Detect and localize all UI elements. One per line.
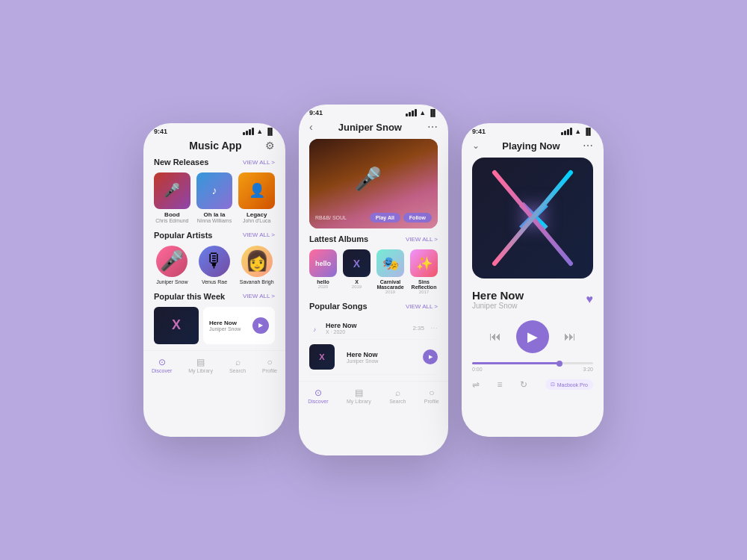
nav-library-2[interactable]: ▤ My Library — [347, 388, 371, 404]
device-selector[interactable]: ⊡ Macbook Pro — [545, 379, 593, 390]
status-icons-2: ▲ ▐▌ — [406, 109, 438, 116]
artist-header: ‹ Juniper Snow ⋯ — [309, 118, 438, 139]
album-name-bood: Bood — [154, 211, 190, 218]
skip-back-button[interactable]: ⏮ — [489, 330, 501, 343]
album-item-legacy[interactable]: 👤 Legacy John d'Luca — [238, 172, 275, 223]
follow-button[interactable]: Follow — [403, 213, 432, 223]
battery-icon: ▐▌ — [265, 128, 275, 135]
artist-name-juniper: Juniper Snow — [154, 279, 190, 284]
progress-bar[interactable]: 0:00 3:20 — [472, 362, 593, 372]
now-playing-row[interactable]: Here Now Juniper Snow ▶ — [203, 307, 275, 344]
popular-week-view-all[interactable]: VIEW ALL > — [243, 293, 275, 299]
x-letter-album: X — [343, 249, 371, 277]
nav-search-1[interactable]: ⌕ Search — [229, 357, 246, 373]
play-button-diamonds[interactable]: ▶ — [423, 349, 438, 364]
skip-forward-button[interactable]: ⏭ — [564, 330, 576, 343]
nav-discover-1[interactable]: ⊙ Discover — [152, 357, 172, 373]
signal-icon — [243, 128, 254, 135]
song-name-herenow: Here Now — [326, 322, 406, 329]
signal-icon-3 — [561, 128, 572, 135]
album-year-hello: 2020 — [309, 284, 337, 289]
wifi-icon-2: ▲ — [419, 109, 426, 116]
screen-3: ⌄ Playing Now ⋯ ✕ — [462, 137, 604, 396]
week-items: X Here Now Juniper Snow ▶ — [154, 307, 275, 344]
phone-3: 9:41 ▲ ▐▌ ⌄ Playing Now ⋯ ✕ — [462, 123, 604, 437]
profile-icon-1: ○ — [262, 357, 277, 367]
nav-library-label-1: My Library — [188, 368, 213, 373]
week-song-artist: Juniper Snow — [209, 326, 248, 332]
album-year-carnival: 2019 — [376, 290, 404, 294]
play-all-button[interactable]: Play All — [370, 213, 400, 223]
artist-name-savanah: Savanah Brigh — [238, 279, 275, 284]
album-item-ohla[interactable]: ♪ Oh la la Ninna Williams — [196, 172, 233, 223]
latest-albums-label: Lattest Albums — [309, 234, 368, 243]
nav-library-1[interactable]: ▤ My Library — [188, 357, 213, 373]
more-options-button[interactable]: ⋯ — [427, 121, 438, 133]
song-row-herenow[interactable]: ♪ Here Now X · 2020 2:35 ⋯ — [309, 317, 438, 340]
album-carnival[interactable]: 🎭 Carnival Mascarade 2019 — [376, 249, 404, 294]
hello-text: hello — [309, 249, 337, 277]
chevron-down-icon[interactable]: ⌄ — [472, 140, 480, 151]
artist-venus[interactable]: 🎙 Venus Rae — [196, 246, 233, 284]
progress-total: 3:20 — [583, 367, 593, 372]
album-hello[interactable]: hello hello 2020 — [309, 249, 337, 294]
artist-juniper[interactable]: 🎤 Juniper Snow — [154, 246, 190, 284]
album-cover-ohla: ♪ — [196, 172, 233, 209]
album-thumb-x: X — [343, 249, 371, 277]
album-name-ohla: Oh la la — [196, 211, 233, 218]
album-label-hello: hello — [309, 279, 337, 284]
song-row-diamonds[interactable]: X Here Now Juniper Snow ▶ — [309, 340, 438, 375]
nav-search-2[interactable]: ⌕ Search — [389, 388, 406, 404]
artist-savanah[interactable]: 👩 Savanah Brigh — [238, 246, 275, 284]
album-art-large: ✕ — [472, 158, 593, 279]
nav-profile-label-1: Profile — [262, 368, 277, 373]
latest-albums-header: Lattest Albums VIEW ALL > — [309, 234, 438, 243]
album-item-bood[interactable]: 🎤 Bood Chris Edmund — [154, 172, 190, 223]
library-icon-2: ▤ — [347, 388, 371, 398]
battery-icon-3: ▐▌ — [583, 128, 593, 135]
nav-search-label-1: Search — [229, 368, 246, 373]
album-thumb-hello: hello — [309, 249, 337, 277]
popular-artists-view-all[interactable]: VIEW ALL > — [243, 231, 275, 238]
mini-play-button[interactable]: ▶ — [252, 317, 269, 334]
discover-icon-1: ⊙ — [152, 357, 172, 367]
shuffle-icon[interactable]: ⇌ — [472, 379, 480, 390]
avatar-juniper: 🎤 — [156, 246, 187, 277]
popular-week-header: Popular this Week VIEW ALL > — [154, 292, 275, 301]
album-label-sins: Sins Reflection — [410, 279, 438, 290]
progress-track — [472, 362, 593, 364]
hero-action-buttons: Play All Follow — [370, 213, 432, 223]
x-letter-week: X — [154, 307, 199, 344]
artist-page-title: Juniper Snow — [338, 122, 402, 133]
popular-artists-header: Popular Artists VIEW ALL > — [154, 231, 275, 240]
song-sub-herenow: X · 2020 — [326, 329, 406, 335]
song-more-herenow[interactable]: ⋯ — [430, 324, 438, 332]
week-song-name: Here Now — [209, 320, 248, 326]
nav-discover-2[interactable]: ⊙ Discover — [308, 388, 328, 404]
popular-artists-label: Popular Artists — [154, 231, 212, 240]
queue-icon[interactable]: ≡ — [498, 379, 503, 390]
profile-icon-2: ○ — [424, 388, 439, 398]
new-releases-view-all[interactable]: VIEW ALL > — [243, 159, 275, 166]
back-button[interactable]: ‹ — [309, 121, 313, 133]
options-icon[interactable]: ⋯ — [583, 140, 593, 152]
nav-profile-1[interactable]: ○ Profile — [262, 357, 277, 373]
status-icons-1: ▲ ▐▌ — [243, 128, 275, 135]
progress-fill — [472, 362, 560, 364]
popular-songs-view-all[interactable]: VIEW ALL > — [406, 303, 438, 310]
np-song-name: Here Now — [472, 289, 524, 302]
gear-icon[interactable]: ⚙ — [265, 140, 275, 152]
album-x[interactable]: X X 2019 — [343, 249, 371, 294]
nav-profile-2[interactable]: ○ Profile — [424, 388, 439, 404]
album-sins[interactable]: ✨ Sins Reflection 2017 — [410, 249, 438, 294]
nav-library-label-2: My Library — [347, 399, 371, 404]
album-artist-legacy: John d'Luca — [238, 218, 275, 223]
play-pause-button[interactable]: ▶ — [516, 320, 549, 353]
avatar-venus: 🎙 — [199, 246, 230, 277]
album-label-carnival: Carnival Mascarade — [376, 279, 404, 290]
latest-albums-view-all[interactable]: VIEW ALL > — [406, 236, 438, 243]
repeat-icon[interactable]: ↻ — [520, 379, 527, 390]
bottom-nav-1: ⊙ Discover ▤ My Library ⌕ Search ○ Profi… — [143, 350, 285, 376]
favorite-icon[interactable]: ♥ — [586, 293, 594, 306]
song-name-diamonds: Here Now — [347, 351, 417, 358]
